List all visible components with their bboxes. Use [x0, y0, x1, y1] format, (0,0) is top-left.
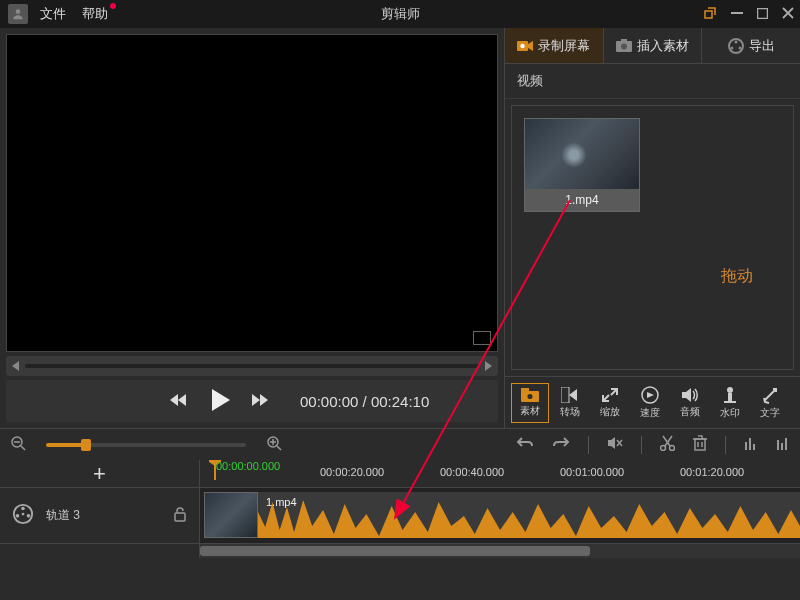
fullscreen-icon[interactable]: [473, 331, 491, 345]
title-bar: 文件 帮助 剪辑师: [0, 0, 800, 28]
svg-rect-37: [175, 513, 185, 521]
video-preview[interactable]: [6, 34, 498, 352]
svg-point-0: [16, 9, 21, 14]
zoom-out-button[interactable]: [10, 435, 26, 454]
drag-hint-label: 拖动: [721, 266, 753, 287]
svg-rect-2: [758, 9, 768, 19]
svg-point-33: [21, 507, 25, 511]
svg-point-14: [528, 394, 533, 399]
close-icon[interactable]: [782, 6, 794, 22]
redo-button[interactable]: [552, 436, 570, 453]
clip-label: 1.mp4: [266, 496, 297, 508]
svg-point-22: [661, 446, 666, 451]
svg-rect-25: [745, 442, 747, 450]
zoom-slider[interactable]: [46, 443, 246, 447]
track-name: 轨道 3: [46, 507, 80, 524]
tab-insert-material[interactable]: 插入素材: [604, 28, 703, 63]
svg-point-17: [727, 387, 733, 393]
playhead-time: 00:00:00.000: [216, 460, 280, 472]
minimize-icon[interactable]: [731, 6, 743, 22]
cut-button[interactable]: [660, 435, 675, 454]
rewind-button[interactable]: [168, 391, 190, 412]
seek-start-icon[interactable]: [12, 361, 19, 371]
menu-file[interactable]: 文件: [40, 5, 66, 23]
seek-track[interactable]: [25, 364, 479, 368]
tab-export[interactable]: 导出: [702, 28, 800, 63]
zoom-in-button[interactable]: [266, 435, 282, 454]
play-button[interactable]: [208, 387, 232, 416]
svg-point-36: [22, 513, 25, 516]
undo-button[interactable]: [516, 436, 534, 453]
tool-audio[interactable]: 音频: [671, 383, 709, 423]
forward-button[interactable]: [250, 391, 272, 412]
svg-rect-24: [695, 439, 705, 450]
svg-rect-27: [753, 444, 755, 450]
svg-point-23: [670, 446, 675, 451]
edit-toolbar: [0, 428, 800, 460]
track-body[interactable]: 1.mp4: [200, 488, 800, 543]
timeline-panel: + 00:00:00.000 00:00:20.000 00:00:40.000…: [0, 460, 800, 558]
menu-help[interactable]: 帮助: [82, 5, 108, 23]
tab-label: 录制屏幕: [538, 37, 590, 55]
media-bin[interactable]: 1.mp4 拖动: [511, 105, 794, 370]
user-avatar[interactable]: [8, 4, 28, 24]
film-reel-icon: [12, 503, 34, 528]
tool-zoom[interactable]: 缩放: [591, 383, 629, 423]
svg-rect-13: [521, 388, 529, 392]
scrollbar-thumb[interactable]: [200, 546, 590, 556]
reel-export-icon: [728, 38, 744, 54]
app-title: 剪辑师: [381, 5, 420, 23]
seek-end-icon[interactable]: [485, 361, 492, 371]
svg-point-35: [27, 514, 31, 518]
svg-rect-6: [621, 39, 627, 42]
svg-rect-18: [728, 393, 732, 401]
ruler-mark: 00:00:20.000: [320, 466, 384, 478]
svg-rect-19: [724, 401, 736, 403]
svg-point-34: [16, 514, 20, 518]
tab-record-screen[interactable]: 录制屏幕: [505, 28, 604, 63]
media-item-label: 1.mp4: [525, 189, 639, 211]
playback-controls: 00:00:00 / 00:24:10: [6, 380, 498, 422]
ruler-mark: 00:00:40.000: [440, 466, 504, 478]
media-section-header: 视频: [505, 64, 800, 99]
tool-material[interactable]: 素材: [511, 383, 549, 423]
restore-window-icon[interactable]: [703, 6, 717, 23]
mute-button[interactable]: [607, 436, 623, 453]
equalizer2-icon[interactable]: [776, 436, 790, 453]
timeline-clip[interactable]: 1.mp4: [204, 492, 800, 538]
media-thumbnail: [525, 119, 639, 189]
seek-bar[interactable]: [6, 356, 498, 376]
timecode-display: 00:00:00 / 00:24:10: [300, 393, 429, 410]
svg-rect-30: [785, 438, 787, 450]
tool-speed[interactable]: 速度: [631, 383, 669, 423]
camera-photo-icon: [616, 38, 632, 54]
lock-icon[interactable]: [173, 507, 187, 525]
track-header[interactable]: 轨道 3: [0, 488, 200, 543]
tool-watermark[interactable]: 水印: [711, 383, 749, 423]
waveform-icon: [258, 492, 800, 538]
tool-transition[interactable]: 转场: [551, 383, 589, 423]
svg-rect-15: [561, 387, 569, 403]
time-ruler[interactable]: 00:00:00.000 00:00:20.000 00:00:40.000 0…: [200, 460, 800, 487]
tab-label: 插入素材: [637, 37, 689, 55]
media-item[interactable]: 1.mp4: [524, 118, 640, 212]
tools-row: 素材 转场 缩放 速度 音频 水印: [505, 376, 800, 428]
svg-rect-1: [731, 12, 743, 14]
svg-point-11: [738, 46, 741, 49]
notification-dot-icon: [110, 3, 116, 9]
maximize-icon[interactable]: [757, 6, 768, 22]
svg-point-4: [521, 43, 525, 47]
svg-rect-28: [777, 440, 779, 450]
svg-rect-29: [781, 443, 783, 450]
delete-button[interactable]: [693, 435, 707, 454]
add-track-button[interactable]: +: [0, 460, 200, 487]
svg-point-7: [621, 44, 627, 50]
horizontal-scrollbar[interactable]: [200, 544, 800, 558]
ruler-mark: 00:01:20.000: [680, 466, 744, 478]
tool-text[interactable]: 文字: [751, 383, 789, 423]
svg-rect-26: [749, 438, 751, 450]
ruler-mark: 00:01:00.000: [560, 466, 624, 478]
equalizer1-icon[interactable]: [744, 436, 758, 453]
clip-thumbnail: [204, 492, 258, 538]
svg-point-10: [730, 46, 733, 49]
